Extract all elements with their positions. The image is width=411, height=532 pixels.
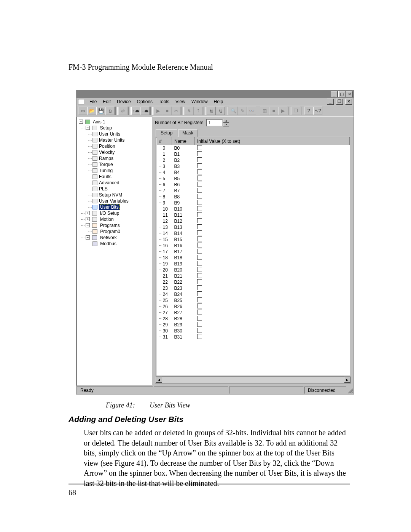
initial-value-checkbox[interactable]	[197, 230, 202, 235]
table-row[interactable]: 16B16	[157, 243, 350, 249]
open-icon[interactable]: 📂	[87, 107, 96, 115]
tree-setup-child[interactable]: Torque	[92, 161, 151, 168]
tree-setup-child[interactable]: Faults	[92, 174, 151, 180]
collapse-icon[interactable]: −	[79, 120, 83, 124]
bit-name[interactable]: B15	[172, 236, 195, 243]
mdi-restore-icon[interactable]: ❐	[336, 99, 343, 105]
bit-name[interactable]: B22	[172, 279, 195, 285]
table-row[interactable]: 26B26	[157, 304, 350, 310]
bit-name[interactable]: B1	[172, 151, 195, 157]
table-row[interactable]: 30B30	[157, 328, 350, 334]
initial-value-checkbox[interactable]	[197, 334, 202, 339]
bit-name[interactable]: B26	[172, 304, 195, 310]
table-row[interactable]: 10B10	[157, 206, 350, 212]
tab-mask[interactable]: Mask	[178, 129, 198, 137]
window-close-icon[interactable]: ✕	[346, 91, 353, 97]
table-row[interactable]: 7B7	[157, 188, 350, 194]
menu-edit[interactable]: Edit	[100, 99, 113, 104]
tree-programs[interactable]: − Programs Program0	[86, 222, 151, 235]
collapse-icon[interactable]: −	[86, 235, 90, 240]
initial-value-checkbox[interactable]	[197, 304, 202, 308]
initial-value-checkbox[interactable]	[197, 194, 202, 199]
initial-value-checkbox[interactable]	[197, 163, 202, 168]
scroll-left-icon[interactable]: ◄	[156, 377, 162, 383]
save-icon[interactable]: 💾	[96, 107, 105, 115]
table-row[interactable]: 4B4	[157, 169, 350, 176]
initial-value-checkbox[interactable]	[197, 297, 202, 302]
tree-setup-child[interactable]: Setup NVM	[92, 192, 151, 198]
tree-io-setup[interactable]: + I/O Setup	[86, 210, 151, 216]
bit-name[interactable]: B25	[172, 297, 195, 304]
initial-value-checkbox[interactable]	[197, 243, 202, 248]
table-row[interactable]: 14B14	[157, 230, 350, 236]
initial-value-checkbox[interactable]	[197, 224, 202, 229]
table-row[interactable]: 6B6	[157, 182, 350, 188]
connect-icon[interactable]: ⇄	[118, 107, 127, 115]
tree-setup-child[interactable]: Ramps	[92, 155, 151, 161]
expand-icon[interactable]: +	[86, 217, 90, 221]
bit-name[interactable]: B4	[172, 169, 195, 176]
bit-name[interactable]: B12	[172, 218, 195, 224]
print-icon[interactable]: ⎙	[105, 107, 115, 115]
table-row[interactable]: 0B0	[157, 145, 350, 152]
table-row[interactable]: 19B19	[157, 261, 350, 267]
stop2-icon[interactable]: ■	[269, 107, 278, 115]
initial-value-checkbox[interactable]	[197, 273, 202, 278]
tree-setup-child[interactable]: Velocity	[92, 149, 151, 155]
table-row[interactable]: 1B1	[157, 151, 350, 157]
table-row[interactable]: 11B11	[157, 212, 350, 218]
tree-setup-child[interactable]: User Units	[92, 131, 151, 137]
horizontal-scrollbar[interactable]: ◄ ►	[156, 376, 350, 383]
bit-name[interactable]: B27	[172, 310, 195, 316]
tree-motion[interactable]: + Motion	[86, 216, 151, 222]
bit-name[interactable]: B16	[172, 243, 195, 249]
initial-value-checkbox[interactable]	[197, 182, 202, 187]
windows-icon[interactable]: ❐	[291, 107, 300, 115]
tree-setup[interactable]: − Setup User UnitsMaster UnitsPositionVe…	[86, 125, 151, 210]
bit-name[interactable]: B30	[172, 328, 195, 334]
tree-setup-child[interactable]: User Variables	[92, 198, 151, 204]
size-grip-icon[interactable]	[347, 386, 354, 394]
tree-setup-child[interactable]: Master Units	[92, 137, 151, 143]
initial-value-checkbox[interactable]	[197, 176, 202, 181]
menu-view[interactable]: View	[173, 99, 188, 104]
collapse-icon[interactable]: −	[86, 223, 90, 227]
initial-value-checkbox[interactable]	[197, 157, 202, 162]
table-row[interactable]: 21B21	[157, 273, 350, 279]
table-row[interactable]: 23B23	[157, 285, 350, 291]
table-row[interactable]: 5B5	[157, 176, 350, 182]
table-row[interactable]: 25B25	[157, 297, 350, 304]
wand-icon[interactable]: ✎	[238, 107, 247, 115]
initial-value-checkbox[interactable]	[197, 151, 202, 156]
bit-name[interactable]: B7	[172, 188, 195, 194]
collapse-icon[interactable]: −	[86, 126, 90, 130]
initial-value-checkbox[interactable]	[197, 267, 202, 272]
menu-file[interactable]: File	[87, 99, 99, 104]
table-row[interactable]: 31B31	[157, 334, 350, 340]
initial-value-checkbox[interactable]	[197, 291, 202, 296]
initial-value-checkbox[interactable]	[197, 310, 202, 315]
col-header-initial[interactable]: Initial Value (X to set)	[195, 138, 350, 145]
initial-value-checkbox[interactable]	[197, 261, 202, 266]
bit-name[interactable]: B18	[172, 255, 195, 261]
table-row[interactable]: 17B17	[157, 249, 350, 255]
bit-name[interactable]: B9	[172, 200, 195, 206]
stop-icon[interactable]: ■	[162, 107, 172, 115]
tree-setup-child[interactable]: Tuning	[92, 168, 151, 174]
bit-name[interactable]: B2	[172, 157, 195, 163]
menu-options[interactable]: Options	[135, 99, 155, 104]
table-row[interactable]: 18B18	[157, 255, 350, 261]
tree-axis[interactable]: − Axis 1 − Setup User UnitsMaster UnitsP…	[79, 119, 151, 247]
table-row[interactable]: 3B3	[157, 163, 350, 169]
spinner-up-arrow-icon[interactable]: ▲	[223, 119, 229, 123]
watch-icon[interactable]: 👓	[247, 107, 256, 115]
initial-value-checkbox[interactable]	[197, 316, 202, 321]
jog-icon[interactable]: ↯	[185, 107, 194, 115]
expand-icon[interactable]: +	[86, 211, 90, 215]
new-icon[interactable]: ▭	[78, 107, 87, 115]
jog2-icon[interactable]: ⇡	[194, 107, 203, 115]
table-row[interactable]: 29B29	[157, 322, 350, 328]
tree-setup-child[interactable]: PLS	[92, 186, 151, 192]
bit-name[interactable]: B20	[172, 267, 195, 273]
tree-program0[interactable]: Program0	[92, 228, 151, 235]
